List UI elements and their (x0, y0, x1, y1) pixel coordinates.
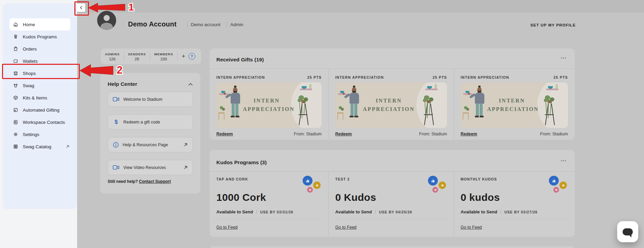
illustration-person-hand (343, 93, 345, 95)
illustration-foliage (423, 99, 427, 102)
stat-value: 28 (124, 57, 150, 61)
illustration-foliage (544, 99, 548, 102)
help-item-label: View Video Resources (123, 165, 166, 170)
chevron-up-icon[interactable] (188, 82, 193, 86)
gift-card-footer: Redeem From: Stadium (335, 132, 447, 136)
redeem-link[interactable]: Redeem (335, 132, 352, 136)
next-section-panel-edge (210, 246, 575, 248)
kudos-card: TAP AND CORK 1000 Cork Available to Send… (216, 171, 322, 237)
column-divider (454, 69, 454, 140)
illustration-shelf (219, 93, 228, 95)
workspace-stats-card: ADMINS 126 SENDERS 28 MEMBERS 230 + ? (101, 49, 201, 64)
redeem-link[interactable]: Redeem (461, 132, 477, 136)
sidebar-item-label: Home (23, 22, 35, 27)
heart-icon (432, 187, 438, 193)
gift-from-text: From: Stadium (540, 132, 568, 136)
sidebar-item-orders[interactable]: Orders (10, 43, 70, 55)
card-divider (216, 219, 322, 219)
use-by-label: USE BY 03/27/26 (504, 210, 538, 214)
sidebar-item-swag[interactable]: Swag (10, 79, 70, 92)
set-up-profile-link[interactable]: SET UP MY PROFILE (531, 23, 576, 27)
availability-row: Available to Send USE BY 03/31/26 (216, 209, 293, 214)
gift-points: 25 PTS (554, 75, 568, 79)
illustration-person-shoe (235, 116, 239, 117)
sidebar-item-workspace-contacts[interactable]: Workspace Contacts (10, 116, 70, 128)
avatar-shoulders-silhouette (101, 23, 113, 30)
stat-label: SENDERS (124, 52, 150, 56)
illustration-person-shoe (231, 116, 235, 117)
available-to-send-label: Available to Send (335, 209, 372, 214)
stat-members: MEMBERS 230 (150, 52, 177, 61)
panel-menu-button[interactable]: ··· (561, 55, 567, 61)
thumbs-up-icon (549, 176, 559, 186)
sidebar-item-home[interactable]: Home (10, 18, 70, 31)
help-item-redeem-code[interactable]: $ Redeem a gift code (108, 114, 193, 130)
help-item-welcome[interactable]: Welcome to Stadium (108, 92, 193, 107)
heart-icon (307, 187, 313, 193)
gift-card: INTERN APPRECIATION 25 PTS (335, 69, 447, 140)
go-to-feed-link[interactable]: Go to Feed (461, 225, 482, 230)
kudos-medal-icon (13, 34, 18, 39)
stat-label: ADMINS (101, 52, 124, 56)
chat-bubble-icon (623, 228, 633, 235)
go-to-feed-link[interactable]: Go to Feed (216, 225, 238, 230)
illustration-foliage (298, 99, 301, 102)
external-link-icon (66, 145, 70, 149)
go-to-feed-link[interactable]: Go to Feed (335, 225, 357, 230)
illustration-shelf (425, 89, 437, 90)
chat-widget-button[interactable] (617, 221, 638, 242)
kudos-programs-panel: Kudos Programs (3) ··· TAP AND CORK 1000… (210, 150, 575, 237)
tshirt-icon (13, 83, 18, 88)
sidebar-item-label: Settings (23, 132, 39, 137)
illustration-person-leg (354, 103, 357, 116)
dollar-icon: $ (113, 119, 120, 125)
redeem-link[interactable]: Redeem (216, 132, 233, 136)
gift-art-title: INTERN APPRECIATION (487, 97, 537, 114)
avatar-head-silhouette (104, 15, 110, 21)
header-separator (187, 21, 187, 27)
column-divider (454, 171, 454, 237)
illustration-foliage (222, 108, 225, 111)
kudos-balance: 1000 Cork (216, 192, 266, 203)
sidebar-item-label: Orders (23, 46, 37, 52)
page-title: Demo Account (128, 20, 177, 28)
sidebar-item-kits-items[interactable]: Kits & Items (10, 92, 70, 104)
available-to-send-label: Available to Send (216, 209, 253, 214)
sidebar-item-settings[interactable]: Settings (10, 128, 70, 140)
info-icon (113, 142, 119, 148)
sidebar-item-swag-catalog[interactable]: Swag Catalog (10, 140, 70, 153)
illustration-shelf (546, 89, 558, 90)
video-camera-icon (113, 97, 120, 102)
help-item-label: Welcome to Stadium (123, 97, 162, 102)
illustration-person-leg (480, 103, 483, 116)
illustration-person-leg (235, 103, 238, 116)
received-gifts-panel: Received Gifts (19) ··· INTERN APPRECIAT… (210, 49, 575, 140)
illustration-shelf (338, 93, 347, 95)
kudos-programs-title: Kudos Programs (3) (216, 159, 267, 166)
availability-row: Available to Send USE BY 03/27/26 (461, 209, 538, 214)
illustration-vase (435, 84, 437, 89)
add-member-button[interactable]: + (182, 53, 185, 60)
illustration-person-leg (351, 103, 354, 116)
gift-art-title: INTERN APPRECIATION (362, 97, 416, 114)
annotation-number-2: 2 (113, 62, 126, 77)
help-item-resources-page[interactable]: Help & Resources Page (108, 137, 193, 152)
reaction-emoji-cluster (428, 176, 447, 193)
illustration-person-torso (475, 93, 484, 104)
gift-from-text: From: Stadium (419, 132, 447, 136)
sidebar-item-kudos-programs[interactable]: Kudos Programs (10, 31, 70, 43)
contact-support-link[interactable]: Contact Support (139, 179, 171, 184)
catalog-grid-icon (13, 144, 18, 149)
annotation-arrow-2 (79, 63, 114, 78)
illustration-person-leg (476, 103, 479, 116)
reaction-emoji-cluster (549, 176, 568, 193)
heart-icon (553, 187, 559, 193)
panel-menu-button[interactable]: ··· (561, 158, 567, 164)
help-item-video-resources[interactable]: View Video Resources (108, 160, 193, 175)
gift-card-footer: Redeem From: Stadium (216, 132, 322, 136)
illustration-foliage (304, 97, 308, 101)
sidebar: Home Kudos Programs Orders Wallets Shops… (3, 3, 77, 209)
help-circle-icon[interactable]: ? (189, 53, 195, 60)
illustration-person-hand (224, 93, 226, 95)
sidebar-item-automated-gifting[interactable]: Automated Gifting (10, 104, 70, 116)
